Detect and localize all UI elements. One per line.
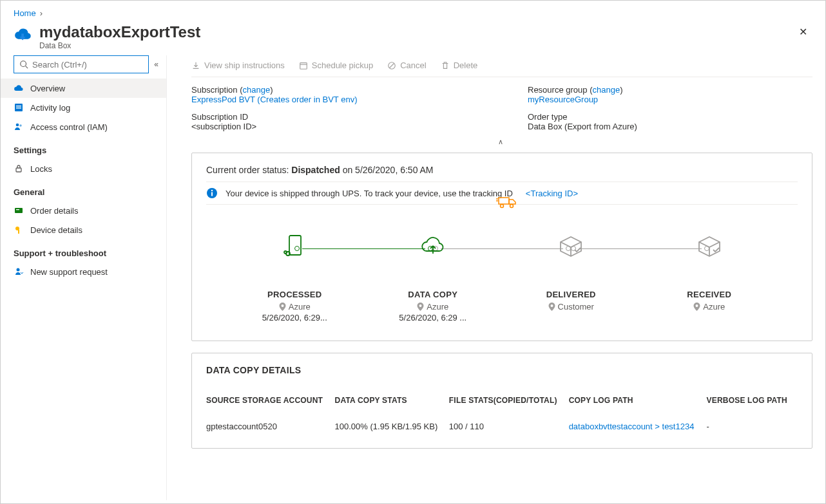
- activity-log-icon: [14, 102, 24, 113]
- status-line: Current order status: Dispatched on 5/26…: [206, 165, 798, 182]
- svg-point-22: [284, 251, 287, 254]
- col-file: FILE STATS(COPIED/TOTAL): [449, 391, 569, 416]
- svg-point-25: [510, 205, 513, 208]
- change-rg-link[interactable]: change: [592, 85, 620, 95]
- sidebar-heading-settings: Settings: [1, 136, 166, 159]
- close-icon[interactable]: ✕: [794, 23, 812, 41]
- order-type-value: Data Box (Export from Azure): [528, 122, 637, 131]
- page-title: mydataboxExportTest: [39, 23, 200, 41]
- stage-title: DATA COPY: [408, 290, 457, 299]
- pin-icon: [417, 303, 424, 311]
- people-icon: [14, 122, 24, 132]
- sidebar-item-label: Activity log: [30, 103, 70, 113]
- section-title: DATA COPY DETAILS: [206, 365, 798, 375]
- svg-rect-11: [18, 230, 19, 234]
- cell-verbose: -: [707, 416, 798, 436]
- subscription-label: Subscription: [191, 85, 238, 95]
- data-copy-panel: DATA COPY DETAILS SOURCE STORAGE ACCOUNT…: [191, 353, 812, 449]
- data-copy-table: SOURCE STORAGE ACCOUNT DATA COPY STATS F…: [206, 391, 798, 436]
- status-value: Dispatched: [291, 165, 340, 175]
- col-log: COPY LOG PATH: [569, 391, 707, 416]
- toolbar: View ship instructions Schedule pickup C…: [191, 55, 812, 77]
- svg-point-12: [17, 268, 20, 272]
- svg-point-24: [500, 205, 503, 208]
- stage-title: PROCESSED: [267, 290, 322, 299]
- sidebar-item-activity-log[interactable]: Activity log: [1, 98, 166, 117]
- sidebar-item-overview[interactable]: Overview: [1, 79, 166, 98]
- sidebar: « Overview Activity log Access control (…: [1, 55, 167, 500]
- col-source: SOURCE STORAGE ACCOUNT: [206, 391, 335, 416]
- delivered-icon: [555, 230, 586, 261]
- chevron-right-icon: ›: [40, 8, 43, 18]
- cloud-icon: [14, 83, 24, 93]
- databox-icon: [14, 26, 33, 45]
- stage-time: 5/26/2020, 6:29...: [262, 313, 327, 322]
- stage-title: RECEIVED: [687, 290, 731, 299]
- sidebar-item-label: Device details: [30, 225, 82, 235]
- collapse-sidebar-icon[interactable]: «: [154, 60, 158, 69]
- svg-rect-23: [499, 198, 509, 204]
- svg-point-0: [21, 61, 26, 67]
- svg-point-5: [16, 124, 19, 127]
- sidebar-item-label: Overview: [30, 84, 65, 93]
- breadcrumb-home[interactable]: Home: [14, 8, 36, 18]
- breadcrumb: Home ›: [14, 8, 812, 18]
- tracking-id-link[interactable]: <Tracking ID>: [526, 189, 578, 198]
- search-input[interactable]: [32, 60, 143, 70]
- data-copy-icon: [418, 230, 448, 261]
- svg-rect-9: [16, 209, 19, 210]
- resource-group-link[interactable]: myResourceGroup: [528, 95, 598, 104]
- cancel-button[interactable]: Cancel: [387, 61, 426, 70]
- processed-icon: [279, 230, 310, 261]
- svg-rect-4: [16, 107, 21, 109]
- svg-point-19: [211, 190, 213, 191]
- col-verbose: VERBOSE LOG PATH: [707, 391, 798, 416]
- sidebar-item-label: New support request: [30, 267, 108, 277]
- sidebar-item-label: Order details: [30, 206, 78, 216]
- lock-icon: [14, 163, 24, 174]
- svg-line-16: [390, 63, 394, 68]
- subscription-id-label: Subscription ID: [191, 112, 248, 122]
- copy-log-link[interactable]: databoxbvttestaccount > test1234: [569, 422, 695, 431]
- change-subscription-link[interactable]: change: [243, 85, 271, 95]
- pin-icon: [279, 303, 286, 311]
- stage-tracker: PROCESSED Azure 5/26/2020, 6:29... DATA …: [206, 205, 798, 329]
- search-input-wrapper: [14, 55, 149, 73]
- collapse-meta-icon[interactable]: ∧: [191, 136, 812, 153]
- sidebar-item-locks[interactable]: Locks: [1, 159, 166, 178]
- sidebar-item-iam[interactable]: Access control (IAM): [1, 117, 166, 136]
- info-icon: [206, 187, 218, 199]
- delete-button[interactable]: Delete: [441, 61, 478, 70]
- col-stats: DATA COPY STATS: [335, 391, 449, 416]
- table-row: gptestaccount0520 100.00% (1.95 KB/1.95 …: [206, 416, 798, 436]
- sidebar-item-support-request[interactable]: New support request: [1, 262, 166, 281]
- pin-icon: [548, 303, 555, 311]
- pin-icon: [693, 303, 700, 311]
- subscription-value-link[interactable]: ExpressPod BVT (Creates order in BVT env…: [191, 95, 357, 104]
- truck-icon: [496, 195, 518, 211]
- info-text: Your device is shipped through UPS. To t…: [226, 189, 513, 198]
- sidebar-item-order-details[interactable]: Order details: [1, 201, 166, 220]
- stage-title: DELIVERED: [546, 290, 596, 299]
- svg-line-1: [26, 66, 28, 69]
- svg-rect-3: [16, 106, 21, 107]
- order-type-label: Order type: [528, 112, 567, 122]
- cell-stats: 100.00% (1.95 KB/1.95 KB): [335, 416, 449, 436]
- search-icon: [19, 60, 28, 69]
- svg-rect-20: [289, 236, 301, 255]
- metadata-grid: Subscription (change) ExpressPod BVT (Cr…: [191, 85, 812, 131]
- key-icon: [14, 225, 24, 235]
- svg-rect-8: [15, 208, 23, 213]
- svg-rect-18: [211, 192, 213, 196]
- status-panel: Current order status: Dispatched on 5/26…: [191, 153, 812, 341]
- svg-point-6: [19, 124, 21, 126]
- stage-time: 5/26/2020, 6:29 ...: [399, 313, 466, 322]
- svg-rect-7: [16, 168, 21, 172]
- sidebar-heading-support: Support + troubleshoot: [1, 239, 166, 262]
- sidebar-item-device-details[interactable]: Device details: [1, 220, 166, 239]
- sidebar-heading-general: General: [1, 178, 166, 201]
- order-icon: [14, 205, 24, 216]
- schedule-pickup-button[interactable]: Schedule pickup: [299, 61, 373, 70]
- received-icon: [694, 230, 725, 261]
- view-ship-button[interactable]: View ship instructions: [191, 61, 285, 70]
